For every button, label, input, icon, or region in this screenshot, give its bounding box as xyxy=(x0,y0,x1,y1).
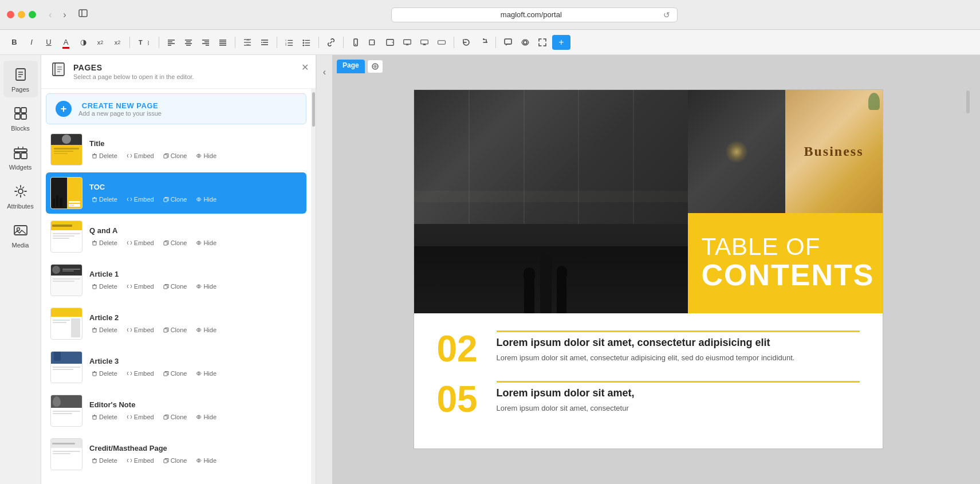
unordered-list-button[interactable] xyxy=(299,35,314,50)
superscript-button[interactable]: x2 xyxy=(93,35,108,50)
refresh-button[interactable]: ↺ xyxy=(663,10,670,19)
page-item-title-actions: Delete Embed Clone xyxy=(89,151,302,160)
link-button[interactable] xyxy=(324,35,339,50)
sidebar-item-attributes[interactable]: Attributes xyxy=(3,178,38,214)
qa-embed-button[interactable]: Embed xyxy=(124,238,156,247)
svg-point-113 xyxy=(198,459,200,461)
minimize-traffic-light[interactable] xyxy=(18,11,25,18)
article3-clone-button[interactable]: Clone xyxy=(161,369,190,378)
article3-delete-button[interactable]: Delete xyxy=(89,369,120,378)
article2-embed-button[interactable]: Embed xyxy=(124,325,156,335)
toc-entry-1: 02 Lorem ipsum dolor sit amet, consectet… xyxy=(437,330,860,367)
desktop-view-button[interactable] xyxy=(417,35,432,50)
page-item-article1[interactable]: Article 1 Delete Embed xyxy=(46,259,306,301)
back-button[interactable]: ‹ xyxy=(45,9,55,21)
widescreen-view-button[interactable] xyxy=(434,35,449,50)
article1-embed-button[interactable]: Embed xyxy=(124,282,156,291)
article2-hide-button[interactable]: Hide xyxy=(194,325,219,335)
toc-entry-2-desc: Lorem ipsum dolor sit amet, consectetur xyxy=(497,403,860,414)
mobile-view-button[interactable] xyxy=(348,35,363,50)
article3-hide-button[interactable]: Hide xyxy=(194,369,219,378)
ordered-list-button[interactable]: 1.2.3. xyxy=(282,35,297,50)
plus-action-button[interactable]: + xyxy=(552,35,570,50)
maximize-traffic-light[interactable] xyxy=(29,11,36,18)
editors-note-hide-button[interactable]: Hide xyxy=(194,412,219,422)
italic-button[interactable]: I xyxy=(24,35,39,50)
desktop-sm-view-button[interactable] xyxy=(400,35,415,50)
toc-entry-2: 05 Lorem ipsum dolor sit amet, Lorem ips… xyxy=(437,381,860,418)
editors-note-delete-button[interactable]: Delete xyxy=(89,412,120,422)
svg-rect-104 xyxy=(93,416,96,419)
article1-hide-button[interactable]: Hide xyxy=(194,282,219,291)
collapse-panel-button[interactable]: ‹ xyxy=(316,55,332,89)
editors-note-embed-button[interactable]: Embed xyxy=(124,412,156,422)
preview-button[interactable] xyxy=(518,35,533,50)
sidebar-item-blocks[interactable]: Blocks xyxy=(3,100,38,136)
title-delete-button[interactable]: Delete xyxy=(89,151,120,160)
editors-note-clone-button[interactable]: Clone xyxy=(161,412,190,422)
svg-rect-87 xyxy=(164,242,167,245)
text-color-button[interactable]: A xyxy=(58,35,73,50)
canvas-scrollbar[interactable] xyxy=(964,89,972,466)
svg-rect-0 xyxy=(79,10,87,17)
qa-clone-button[interactable]: Clone xyxy=(161,238,190,247)
page-item-credit-masthead[interactable]: Credit/Masthead Page Delete Embed xyxy=(46,434,306,475)
toc-delete-button[interactable]: Delete xyxy=(89,195,120,204)
sidebar-item-widgets-label: Widgets xyxy=(9,164,32,171)
sidebar-item-media[interactable]: Media xyxy=(3,217,38,253)
page-item-article3[interactable]: Article 3 Delete Embed xyxy=(46,347,306,388)
subscript-button[interactable]: x2 xyxy=(110,35,125,50)
forward-button[interactable]: › xyxy=(60,9,69,21)
fullscreen-button[interactable] xyxy=(535,35,550,50)
page-preview-icon[interactable] xyxy=(367,60,383,73)
comment-button[interactable] xyxy=(501,35,515,50)
title-hide-button[interactable]: Hide xyxy=(194,151,219,160)
align-justify-button[interactable] xyxy=(215,35,230,50)
font-size-button[interactable]: T xyxy=(135,35,154,50)
credit-clone-button[interactable]: Clone xyxy=(161,456,190,465)
qa-delete-button[interactable]: Delete xyxy=(89,238,120,247)
line-height-button[interactable] xyxy=(240,35,255,50)
toc-embed-button[interactable]: Embed xyxy=(124,195,156,204)
article1-clone-button[interactable]: Clone xyxy=(161,282,190,291)
toc-clone-button[interactable]: Clone xyxy=(161,195,190,204)
article1-delete-button[interactable]: Delete xyxy=(89,282,120,291)
align-right-button[interactable] xyxy=(198,35,213,50)
article3-embed-button[interactable]: Embed xyxy=(124,369,156,378)
qa-hide-button[interactable]: Hide xyxy=(194,238,219,247)
page-item-editors-note[interactable]: Editor's Note Delete Embed xyxy=(46,390,306,431)
page-item-title-info: Title Delete Embed xyxy=(89,139,302,160)
page-item-toc[interactable]: CONT TOC Delete xyxy=(46,172,306,214)
create-new-page-button[interactable]: + CREATE NEW PAGE Add a new page to your… xyxy=(46,93,306,124)
close-traffic-light[interactable] xyxy=(7,11,14,18)
credit-embed-button[interactable]: Embed xyxy=(124,456,156,465)
scrollbar-thumb[interactable] xyxy=(312,92,315,127)
title-clone-button[interactable]: Clone xyxy=(161,151,190,160)
credit-hide-button[interactable]: Hide xyxy=(194,456,219,465)
align-left-button[interactable] xyxy=(164,35,179,50)
contrast-button[interactable]: ◑ xyxy=(76,35,90,50)
bold-button[interactable]: B xyxy=(7,35,22,50)
underline-button[interactable]: U xyxy=(41,35,56,50)
article2-delete-button[interactable]: Delete xyxy=(89,325,120,335)
tablet-sm-view-button[interactable] xyxy=(365,35,380,50)
indent-button[interactable] xyxy=(257,35,272,50)
title-embed-button[interactable]: Embed xyxy=(124,151,156,160)
sidebar-item-widgets[interactable]: Widgets xyxy=(3,139,38,175)
pages-scrollbar[interactable] xyxy=(311,89,316,484)
page-item-qa[interactable]: Q and A Delete Embed xyxy=(46,216,306,257)
page-item-title[interactable]: Title Delete Embed xyxy=(46,129,306,170)
page-item-article2[interactable]: Article 2 Delete Embed xyxy=(46,303,306,344)
url-bar[interactable]: magloft.com/portal ↺ xyxy=(391,7,678,22)
pages-close-button[interactable]: ✕ xyxy=(301,62,309,73)
sidebar-item-pages[interactable]: Pages xyxy=(3,61,38,97)
credit-delete-button[interactable]: Delete xyxy=(89,456,120,465)
toc-hide-button[interactable]: Hide xyxy=(194,195,219,204)
tablet-view-button[interactable] xyxy=(383,35,397,50)
redo-button[interactable] xyxy=(476,35,491,50)
sidebar-toggle-button[interactable] xyxy=(74,7,92,22)
align-center-button[interactable] xyxy=(181,35,196,50)
article2-clone-button[interactable]: Clone xyxy=(161,325,190,335)
svg-rect-50 xyxy=(438,40,446,44)
undo-button[interactable] xyxy=(459,35,474,50)
